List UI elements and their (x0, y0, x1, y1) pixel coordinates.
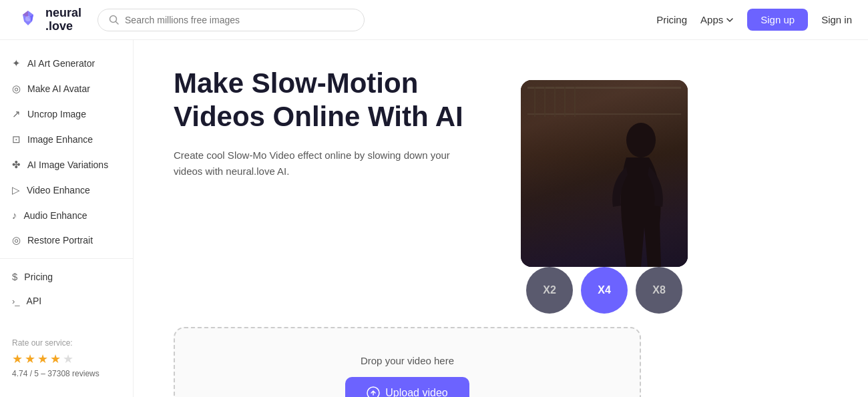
sidebar-item-video-enhance[interactable]: ▷ Video Enhance (0, 177, 133, 203)
speed-buttons: X2 X4 X8 (526, 267, 682, 314)
railing-top (527, 87, 681, 89)
signup-button[interactable]: Sign up (747, 9, 808, 31)
api-icon: ›_ (12, 296, 20, 306)
upload-zone: Drop your video here Upload video (174, 327, 641, 397)
star-5: ★ (63, 352, 73, 366)
sidebar-item-label: Uncrop Image (27, 109, 86, 119)
sidebar-item-label: AI Image Variations (27, 159, 108, 170)
drop-text: Drop your video here (195, 355, 620, 366)
sidebar-item-pricing[interactable]: $ Pricing (0, 264, 133, 289)
hero-description: Create cool Slow-Mo Video effect online … (174, 147, 481, 179)
sidebar-item-label: Image Enhance (27, 134, 93, 145)
enhance-icon: ⊡ (12, 133, 21, 145)
rate-label: Rate our service: (12, 338, 121, 348)
search-bar (97, 9, 365, 31)
nav-right: Pricing Apps Sign up Sign in (656, 9, 852, 31)
sidebar-item-label: Restore Portrait (27, 235, 93, 246)
sidebar-item-label: Audio Enhance (24, 210, 87, 221)
upload-button-label: Upload video (385, 387, 447, 397)
sidebar-bottom: Rate our service: ★ ★ ★ ★ ★ 4.74 / 5 – 3… (0, 330, 133, 386)
sidebar-item-label: Video Enhance (27, 185, 90, 195)
person-silhouette (601, 120, 674, 267)
rating-text: 4.74 / 5 – 37308 reviews (12, 369, 121, 378)
sidebar-item-ai-art-generator[interactable]: ✦ AI Art Generator (0, 51, 133, 76)
sidebar-item-image-enhance[interactable]: ⊡ Image Enhance (0, 127, 133, 152)
star-2: ★ (25, 352, 35, 366)
sidebar-item-make-ai-avatar[interactable]: ◎ Make AI Avatar (0, 76, 133, 101)
baluster-2 (544, 87, 546, 117)
pricing-icon: $ (12, 271, 17, 282)
sidebar-item-api[interactable]: ›_ API (0, 289, 133, 313)
video-icon: ▷ (12, 184, 20, 196)
variations-icon: ✤ (12, 159, 21, 171)
sidebar-item-label: API (27, 296, 42, 306)
speed-x2-button[interactable]: X2 (526, 267, 573, 314)
video-illustration: X2 X4 X8 (521, 80, 688, 294)
speed-x4-button[interactable]: X4 (581, 267, 628, 314)
star-1: ★ (12, 352, 23, 366)
sidebar-item-label: Make AI Avatar (27, 83, 90, 94)
search-icon (109, 15, 120, 25)
ai-art-icon: ✦ (12, 57, 21, 69)
baluster-5 (574, 87, 576, 117)
sidebar-item-uncrop-image[interactable]: ↗ Uncrop Image (0, 101, 133, 127)
hero-text: Make Slow-Motion Videos Online With AI C… (174, 67, 481, 200)
sidebar-item-label: Pricing (24, 272, 53, 282)
sidebar-item-audio-enhance[interactable]: ♪ Audio Enhance (0, 203, 133, 228)
stars-container: ★ ★ ★ ★ ★ (12, 352, 121, 366)
upload-icon (367, 386, 380, 397)
baluster-1 (534, 87, 535, 117)
logo-text: neural .love (45, 7, 81, 33)
pricing-nav-link[interactable]: Pricing (656, 14, 687, 25)
content: Make Slow-Motion Videos Online With AI C… (134, 40, 868, 397)
speed-x8-button[interactable]: X8 (636, 267, 682, 314)
hero-title: Make Slow-Motion Videos Online With AI (174, 67, 481, 134)
chevron-down-icon (726, 16, 734, 24)
logo[interactable]: neural .love (16, 7, 81, 33)
sidebar-item-ai-image-variations[interactable]: ✤ AI Image Variations (0, 152, 133, 177)
signin-link[interactable]: Sign in (821, 14, 852, 25)
upload-button[interactable]: Upload video (345, 377, 469, 397)
baluster-3 (554, 87, 556, 117)
star-4: ★ (50, 352, 61, 366)
video-thumbnail (521, 80, 688, 267)
uncrop-icon: ↗ (12, 108, 21, 120)
top-row: Make Slow-Motion Videos Online With AI C… (174, 67, 828, 294)
header: neural .love Pricing Apps Sign up Sign i… (0, 0, 868, 40)
baluster-4 (564, 87, 566, 117)
railing-mid (527, 113, 681, 115)
main: ✦ AI Art Generator ◎ Make AI Avatar ↗ Un… (0, 40, 868, 397)
sidebar-divider (0, 258, 133, 259)
apps-dropdown[interactable]: Apps (700, 14, 734, 25)
svg-point-2 (626, 123, 656, 157)
svg-point-0 (25, 16, 31, 21)
search-input[interactable] (125, 15, 353, 25)
audio-icon: ♪ (12, 210, 17, 221)
portrait-icon: ◎ (12, 234, 21, 246)
sidebar: ✦ AI Art Generator ◎ Make AI Avatar ↗ Un… (0, 40, 134, 397)
sidebar-item-restore-portrait[interactable]: ◎ Restore Portrait (0, 228, 133, 253)
star-3: ★ (37, 352, 48, 366)
avatar-icon: ◎ (12, 83, 21, 95)
logo-icon (16, 8, 40, 32)
sidebar-item-label: AI Art Generator (27, 58, 95, 69)
